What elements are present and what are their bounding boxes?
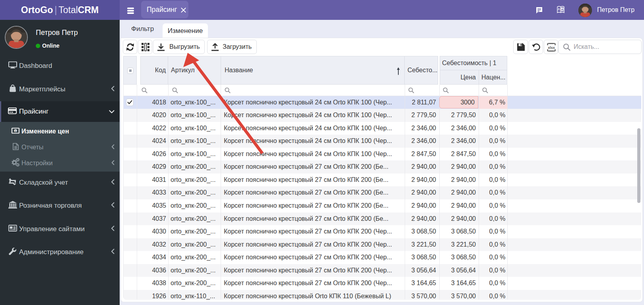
svg-text:A: A [561,8,563,12]
svg-text:1: 1 [15,129,16,132]
svg-text:xlsx: xlsx [548,46,555,50]
svg-text:あ: あ [557,8,560,11]
